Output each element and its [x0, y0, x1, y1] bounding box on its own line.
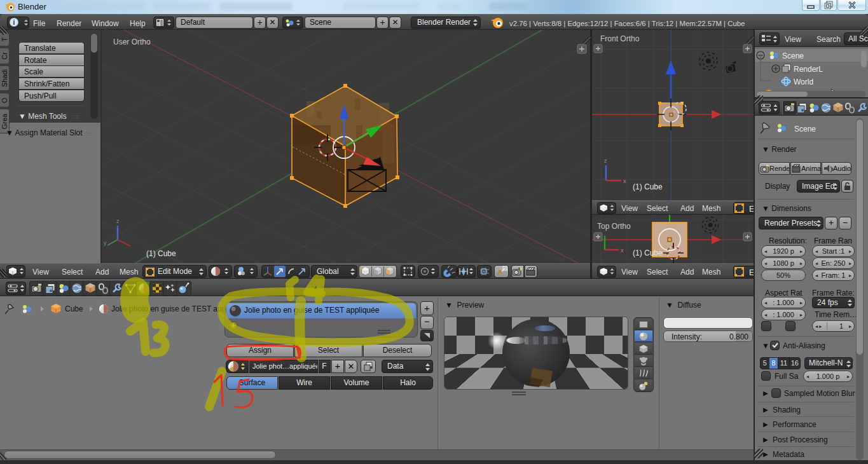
svg-text:Front Ortho: Front Ortho	[600, 34, 640, 43]
svg-text:Audio: Audio	[833, 165, 851, 172]
svg-text:Jolie photo en guise de TEST a: Jolie photo en guise de TEST appl…	[111, 304, 226, 313]
svg-text:z: z	[116, 218, 120, 224]
svg-text:World: World	[794, 78, 813, 86]
svg-text:Scene: Scene	[782, 51, 804, 60]
svg-text:Cube: Cube	[65, 304, 83, 313]
svg-text:(1) Cube: (1) Cube	[146, 249, 176, 258]
svg-text:Rende: Rende	[769, 165, 789, 172]
svg-text:x: x	[623, 178, 626, 184]
svg-text:(1) Cube: (1) Cube	[633, 182, 663, 191]
svg-text:(1) Cube: (1) Cube	[633, 249, 663, 257]
svg-text:y: y	[104, 240, 107, 246]
svg-text:Anima: Anima	[801, 165, 820, 172]
svg-text:z: z	[604, 158, 607, 164]
svg-text:Top Ortho: Top Ortho	[597, 222, 631, 231]
svg-text:RenderL: RenderL	[794, 65, 823, 74]
svg-text:User Ortho: User Ortho	[113, 38, 151, 46]
svg-text:x: x	[621, 247, 624, 254]
svg-text:i: i	[13, 19, 15, 26]
